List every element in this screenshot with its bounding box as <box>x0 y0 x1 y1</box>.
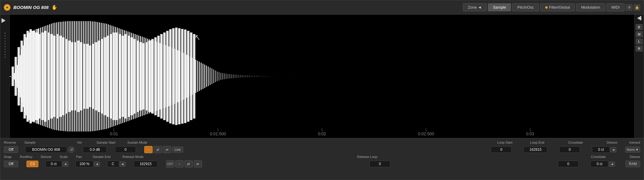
sustain-mode-label: Sustain Mode <box>127 141 147 144</box>
detune-arrow-button[interactable]: ◄ <box>610 147 616 152</box>
svg-rect-57 <box>104 23 105 129</box>
snap-label: Snap <box>4 155 12 159</box>
detune3-label: Detune <box>630 155 640 159</box>
sample-start-value[interactable]: 0 <box>115 146 136 153</box>
svg-rect-97 <box>176 50 177 103</box>
detune2-value[interactable]: 0 ct <box>46 161 62 167</box>
crossfade2-value[interactable]: 0 <box>558 161 579 167</box>
sample-start-group: Sample Start <box>97 141 116 144</box>
sample-end-value[interactable]: 162915 <box>134 161 158 167</box>
svg-rect-46 <box>85 21 86 131</box>
tab-modulation[interactable]: Modulation <box>576 3 605 11</box>
link-button[interactable]: Link <box>172 147 183 153</box>
loop-start-value[interactable]: 0 <box>491 146 512 153</box>
svg-rect-114 <box>206 66 207 87</box>
release-mode-pingpong-button[interactable]: ⇄ <box>184 160 193 167</box>
loop-end-value[interactable]: 162915 <box>524 146 547 153</box>
size-b-button[interactable]: B <box>636 24 643 30</box>
release-mode-bidirectional-button[interactable]: ⇌ <box>194 160 202 167</box>
crossfade-group: Crossfade <box>568 141 583 144</box>
svg-rect-73 <box>133 33 134 119</box>
ram-label: RAM <box>626 161 640 167</box>
sustain-mode-pingpong-button[interactable]: ⇄ <box>153 146 162 153</box>
svg-rect-31 <box>58 22 59 131</box>
release-mode-forward-button[interactable]: → <box>175 160 184 167</box>
tab-zone[interactable]: Zone ◄ <box>463 3 487 11</box>
right-marker[interactable] <box>637 16 641 21</box>
interpol-group: Interpol <box>629 141 640 144</box>
svg-rect-43 <box>79 21 80 131</box>
svg-rect-37 <box>69 21 70 131</box>
svg-rect-25 <box>47 25 48 128</box>
rootkey-label: RootKey <box>20 155 32 159</box>
play-marker[interactable] <box>1 18 6 23</box>
svg-rect-110 <box>199 62 200 91</box>
reverse-value[interactable]: Off <box>4 146 18 153</box>
release-mode-off-button[interactable]: OFF <box>166 160 174 167</box>
detune-value[interactable]: 0 ct <box>592 146 610 153</box>
svg-rect-120 <box>217 72 218 81</box>
title-icon: ● <box>4 4 10 11</box>
rootkey-value[interactable]: C3 <box>26 161 38 167</box>
vol-value[interactable]: 0.0 dB <box>83 146 107 153</box>
svg-rect-84 <box>153 41 153 112</box>
svg-rect-155 <box>295 76 296 77</box>
svg-rect-115 <box>208 66 209 86</box>
hand-icon: ✋ <box>51 4 57 10</box>
pan-arrow-button[interactable]: ◄ <box>120 162 126 167</box>
waveform-canvas[interactable]: // We'll create this in the SVG using pa… <box>10 15 634 138</box>
vol-group: Vol <box>77 141 82 144</box>
pan-value[interactable]: C <box>107 161 119 167</box>
svg-rect-63 <box>115 27 116 125</box>
detune3-value[interactable]: 0 ct <box>590 161 608 167</box>
size-l-button[interactable]: L <box>636 38 643 44</box>
svg-rect-116 <box>210 68 211 85</box>
tab-midi[interactable]: MIDI <box>607 3 625 11</box>
svg-rect-160 <box>366 76 367 77</box>
title-left: ● BOOMIN OG 808 ✋ <box>4 4 57 11</box>
tab-pitch-osc[interactable]: Pitch/Osc <box>512 3 539 11</box>
instrument-name: BOOMIN OG 808 <box>13 5 48 10</box>
tab-sample[interactable]: Sample <box>488 3 511 11</box>
crossfade-value[interactable]: 0 <box>559 146 580 153</box>
svg-rect-22 <box>42 27 43 125</box>
lock-icon[interactable]: 🔒 <box>634 4 640 11</box>
svg-rect-93 <box>169 46 170 106</box>
svg-rect-147 <box>265 76 266 77</box>
sample-value[interactable]: BOOMIN OG 808 <box>25 146 67 153</box>
svg-rect-72 <box>131 33 132 120</box>
sample-refresh-button[interactable]: ↺ <box>68 146 75 153</box>
refresh-icon[interactable]: ↺ <box>626 4 632 11</box>
tab-filter-global[interactable]: Filter/Global <box>540 3 575 11</box>
svg-rect-122 <box>220 73 221 80</box>
svg-rect-99 <box>179 51 180 102</box>
control-row-2-labels: Snap RootKey Detune Scale Pan Sample End… <box>4 155 640 159</box>
sustain-mode-bidirectional-button[interactable]: ⇌ <box>163 146 171 153</box>
svg-rect-55 <box>101 23 102 130</box>
svg-rect-74 <box>135 34 136 118</box>
svg-rect-64 <box>117 28 118 125</box>
scale-arrow-button[interactable]: ◄ <box>94 162 100 167</box>
interpol-value[interactable]: Norm ▼ <box>625 147 640 153</box>
detune3-arrow-button[interactable]: ◄ <box>609 162 615 167</box>
svg-rect-33 <box>62 22 62 131</box>
interpol-label: Interpol <box>629 141 640 144</box>
svg-text:0:02: 0:02 <box>318 131 326 136</box>
right-controls-panel: B M L R <box>634 15 644 138</box>
scale-value[interactable]: 100 % <box>76 161 93 167</box>
size-r-button[interactable]: R <box>636 46 643 52</box>
svg-rect-56 <box>103 23 104 129</box>
svg-rect-48 <box>88 21 89 131</box>
release-loop-value[interactable]: 0 <box>369 161 390 167</box>
size-m-button[interactable]: M <box>636 31 643 37</box>
detune2-arrow-button[interactable]: ◄ <box>62 162 68 167</box>
svg-rect-103 <box>187 55 187 98</box>
svg-rect-106 <box>192 58 193 95</box>
snap-value[interactable]: Off <box>4 161 18 167</box>
detune3-group-label: Detune <box>630 155 640 159</box>
sustain-mode-forward-button[interactable]: → <box>144 146 153 153</box>
svg-rect-104 <box>188 56 189 97</box>
svg-rect-32 <box>60 22 61 131</box>
sample-group: Sample <box>24 141 35 144</box>
svg-rect-134 <box>242 75 243 78</box>
